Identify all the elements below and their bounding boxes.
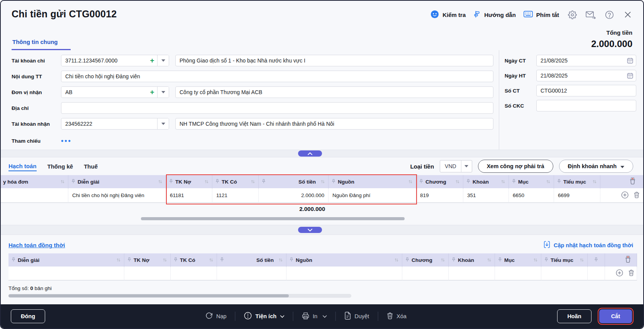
sort-icon[interactable] (278, 258, 283, 262)
close-icon[interactable] (622, 9, 633, 20)
pin-icon[interactable] (405, 257, 409, 263)
pin-icon[interactable] (594, 257, 598, 263)
cell-chapter[interactable]: 819 (416, 188, 463, 203)
approve-button[interactable]: Duyệt (344, 312, 369, 321)
sort-icon[interactable] (455, 179, 460, 184)
delete-all-rows-icon[interactable] (629, 177, 636, 186)
pin-icon[interactable] (290, 257, 293, 263)
currency-select[interactable]: VND (440, 160, 472, 172)
sort-icon[interactable] (592, 179, 597, 184)
cell-clause[interactable]: 351 (463, 188, 509, 203)
col-sub-item[interactable]: Tiểu mục (541, 253, 588, 267)
view-payables-button[interactable]: Xem công nợ phải trả (478, 160, 553, 173)
calendar-icon[interactable] (627, 72, 634, 81)
update-simultaneous-link[interactable]: Cập nhật hạch toán đồng thời (544, 241, 633, 250)
col-clause[interactable]: Khoản (449, 253, 495, 267)
col-clause[interactable]: Khoản (463, 175, 509, 188)
delete-all-rows-icon[interactable] (625, 256, 631, 264)
utilities-button[interactable]: Tiện ích (244, 312, 285, 321)
add-row-icon[interactable] (616, 269, 623, 278)
account-out-dropdown-caret[interactable] (157, 55, 169, 66)
sort-icon[interactable] (116, 258, 121, 262)
col-description[interactable]: Diễn giải (8, 253, 124, 267)
help-icon[interactable] (604, 9, 615, 20)
sort-icon[interactable] (251, 179, 255, 184)
cell-debit-account[interactable]: 61181 (166, 188, 212, 203)
pin-icon[interactable] (169, 179, 173, 185)
pin-icon[interactable] (557, 179, 561, 185)
sort-icon[interactable] (320, 179, 325, 184)
col-debit-account[interactable]: TK Nợ (166, 175, 212, 188)
horizontal-scrollbar-thumb[interactable] (141, 217, 405, 220)
col-chapter[interactable]: Chương (416, 175, 463, 188)
col-credit-account[interactable]: TK Có (171, 253, 217, 267)
check-button[interactable]: Kiểm tra (430, 10, 466, 20)
col-item[interactable]: Mục (509, 175, 554, 188)
calendar-icon[interactable] (627, 57, 634, 66)
add-account-icon[interactable]: + (147, 56, 157, 66)
cell-chapter[interactable] (402, 267, 449, 280)
col-debit-account[interactable]: TK Nợ (124, 253, 171, 267)
sort-icon[interactable] (209, 258, 214, 262)
pin-icon[interactable] (452, 257, 456, 263)
payment-desc-input[interactable] (61, 71, 493, 82)
col-source[interactable]: Nguồn (286, 253, 402, 267)
receiver-unit-name-input[interactable] (175, 86, 493, 98)
receiver-unit-dropdown-caret[interactable] (157, 87, 169, 98)
cell-description[interactable] (8, 267, 124, 280)
cell-item[interactable] (495, 267, 541, 280)
cut-button[interactable]: Cắt (599, 309, 632, 323)
cell-sub-item[interactable]: 6699 (554, 188, 600, 203)
send-mail-icon[interactable] (585, 9, 596, 20)
add-receiver-icon[interactable]: + (147, 87, 157, 97)
sort-icon[interactable] (394, 258, 399, 262)
cell-amount[interactable]: 2.000.000 (259, 188, 329, 203)
cell-invoice-date[interactable] (1, 188, 68, 203)
cell-sub-item[interactable] (541, 267, 588, 280)
receiver-unit-code-input[interactable] (61, 87, 147, 98)
pin-icon[interactable] (215, 179, 219, 185)
sort-icon[interactable] (163, 258, 167, 262)
tab-thong-ke[interactable]: Thống kê (47, 162, 73, 171)
close-button[interactable]: Đóng (11, 309, 45, 323)
account-out-name-input[interactable] (175, 55, 493, 66)
tab-general-info[interactable]: Thông tin chung (12, 39, 71, 50)
simultaneous-title-link[interactable]: Hạch toán đồng thời (8, 242, 65, 248)
col-item[interactable]: Mục (495, 253, 541, 267)
tab-thue[interactable]: Thuế (84, 162, 98, 171)
cell-debit-account[interactable] (124, 267, 171, 280)
pin-icon[interactable] (512, 179, 516, 185)
doc-date-input[interactable] (536, 55, 636, 66)
col-chapter[interactable]: Chương (402, 253, 449, 267)
reload-button[interactable]: Nạp (205, 312, 227, 321)
horizontal-scrollbar-thumb[interactable] (8, 294, 289, 297)
collapse-up-button[interactable] (298, 150, 322, 157)
col-description[interactable]: Diễn giải (68, 175, 166, 188)
sort-icon[interactable] (408, 179, 413, 184)
account-out-code-input[interactable] (61, 55, 147, 66)
sort-icon[interactable] (60, 179, 65, 184)
shortcut-button[interactable]: Phím tắt (524, 10, 559, 19)
doc-number-input[interactable] (536, 85, 636, 96)
col-source[interactable]: Nguồn (329, 175, 416, 188)
sort-icon[interactable] (204, 179, 209, 184)
col-amount[interactable]: Số tiền (217, 253, 286, 267)
collapse-down-button[interactable] (298, 227, 322, 233)
pin-icon[interactable] (466, 179, 470, 185)
col-delete[interactable] (605, 253, 637, 267)
post-date-input[interactable] (536, 70, 636, 81)
account-in-dropdown-caret[interactable] (157, 118, 169, 129)
settings-gear-icon[interactable] (567, 9, 578, 20)
reference-more-dots[interactable]: ••• (61, 139, 72, 143)
cell-clause[interactable] (449, 267, 495, 280)
delete-button[interactable]: Xóa (386, 312, 407, 321)
postpone-button[interactable]: Hoãn (557, 309, 591, 323)
simultaneous-table-row[interactable] (8, 267, 636, 280)
pin-icon[interactable] (332, 179, 336, 185)
sort-icon[interactable] (533, 258, 538, 262)
pin-icon[interactable] (71, 179, 75, 185)
delete-row-icon[interactable] (634, 191, 640, 199)
account-in-name-input[interactable] (175, 118, 493, 130)
col-sub-item[interactable]: Tiểu mục (554, 175, 600, 188)
pin-icon[interactable] (12, 257, 15, 263)
